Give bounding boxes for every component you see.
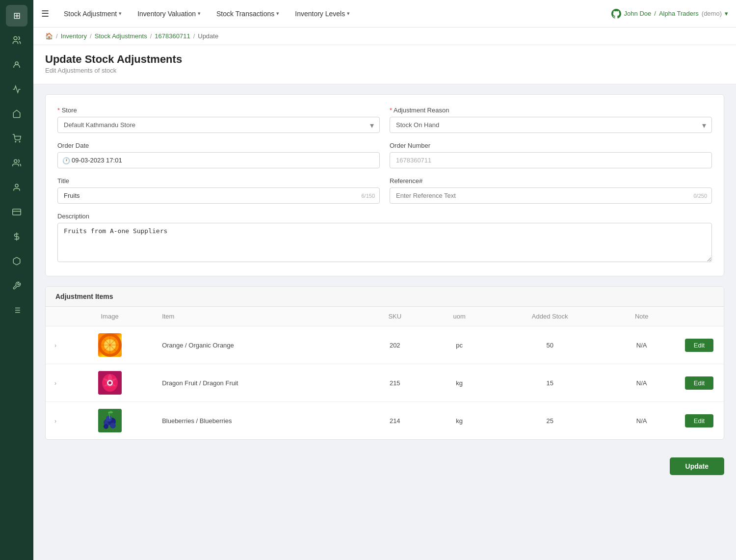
- sidebar: ⊞: [0, 0, 33, 560]
- store-select-wrapper: Default Kathmandu Store: [57, 117, 380, 133]
- sidebar-icon-dashboard[interactable]: ⊞: [6, 5, 27, 27]
- svg-rect-6: [13, 209, 21, 215]
- edit-button-3[interactable]: Edit: [685, 414, 713, 427]
- form-row-1: * Store Default Kathmandu Store * Adjust…: [57, 107, 712, 133]
- user-separator: /: [654, 10, 656, 17]
- reference-input[interactable]: [390, 187, 712, 204]
- page-subtitle: Edit Adjustments of stock: [45, 67, 724, 74]
- adjustment-reason-group: * Adjustment Reason Stock On Hand: [390, 107, 712, 133]
- form-card: * Store Default Kathmandu Store * Adjust…: [45, 94, 724, 276]
- row3-uom: kg: [427, 402, 491, 440]
- inventory-valuation-chevron: ▾: [198, 10, 201, 17]
- row2-expand[interactable]: ›: [46, 364, 65, 402]
- svg-point-2: [15, 141, 16, 142]
- svg-point-30: [110, 423, 116, 428]
- col-item: Item: [154, 307, 362, 326]
- row2-sku: 215: [362, 364, 427, 402]
- order-date-input[interactable]: [57, 152, 380, 168]
- description-wrapper: Fruits from A-one Suppliers: [57, 223, 712, 264]
- order-number-input[interactable]: [390, 152, 712, 168]
- row1-sku: 202: [362, 326, 427, 364]
- row2-uom: kg: [427, 364, 491, 402]
- title-input[interactable]: [57, 187, 380, 204]
- user-name: John Doe: [624, 10, 652, 17]
- description-group: Description Fruits from A-one Suppliers: [57, 213, 712, 264]
- update-button[interactable]: Update: [670, 457, 724, 475]
- row1-note: N/A: [608, 326, 675, 364]
- table-row: ›: [46, 326, 724, 364]
- sidebar-icon-card[interactable]: [6, 201, 27, 223]
- table-row: ›: [46, 402, 724, 440]
- sidebar-icon-chart[interactable]: [6, 79, 27, 100]
- stock-adjustment-nav[interactable]: Stock Adjustment ▾: [57, 7, 129, 21]
- row1-expand[interactable]: ›: [46, 326, 65, 364]
- orange-svg: [98, 333, 122, 357]
- inventory-levels-nav[interactable]: Inventory Levels ▾: [288, 7, 357, 21]
- sidebar-icon-person[interactable]: [6, 54, 27, 76]
- svg-point-29: [106, 416, 112, 422]
- form-row-2: Order Date 🕐 Order Number: [57, 142, 712, 168]
- row3-expand[interactable]: ›: [46, 402, 65, 440]
- row3-added-stock: 25: [491, 402, 608, 440]
- store-select[interactable]: Default Kathmandu Store: [57, 117, 380, 133]
- sidebar-icon-dollar[interactable]: [6, 226, 27, 247]
- home-icon[interactable]: 🏠: [45, 32, 53, 40]
- reference-group: Reference# 0/250: [390, 177, 712, 204]
- breadcrumb-inventory[interactable]: Inventory: [61, 32, 87, 40]
- sidebar-icon-store[interactable]: [6, 103, 27, 125]
- update-btn-row: Update: [33, 450, 736, 485]
- svg-point-4: [14, 160, 17, 162]
- edit-button-2[interactable]: Edit: [685, 376, 713, 390]
- order-date-label: Order Date: [57, 142, 380, 149]
- row2-image: [65, 364, 154, 402]
- inventory-valuation-nav[interactable]: Inventory Valuation ▾: [131, 7, 208, 21]
- table-row: ›: [46, 364, 724, 402]
- adjustment-reason-select[interactable]: Stock On Hand: [390, 117, 712, 133]
- row1-item: Orange / Organic Orange: [154, 326, 362, 364]
- stock-transactions-nav[interactable]: Stock Transactions ▾: [210, 7, 286, 21]
- sidebar-icon-contact[interactable]: [6, 177, 27, 198]
- content: 🏠 / Inventory / Stock Adjustments / 1678…: [33, 27, 736, 560]
- order-date-group: Order Date 🕐: [57, 142, 380, 168]
- sidebar-icon-wrench[interactable]: [6, 275, 27, 296]
- breadcrumb-order-id[interactable]: 1678360711: [155, 32, 190, 40]
- sidebar-icon-package[interactable]: [6, 250, 27, 272]
- reference-char-wrapper: 0/250: [390, 187, 712, 204]
- row3-sku: 214: [362, 402, 427, 440]
- title-char-wrapper: 6/150: [57, 187, 380, 204]
- row1-added-stock: 50: [491, 326, 608, 364]
- order-date-wrapper: 🕐: [57, 152, 380, 168]
- description-textarea[interactable]: Fruits from A-one Suppliers: [57, 223, 712, 262]
- row2-item: Dragon Fruit / Dragon Fruit: [154, 364, 362, 402]
- edit-button-1[interactable]: Edit: [685, 339, 713, 352]
- user-demo: (demo): [702, 10, 722, 17]
- title-group: Title 6/150: [57, 177, 380, 204]
- clock-icon: 🕐: [62, 157, 70, 164]
- menu-icon[interactable]: ☰: [41, 8, 49, 19]
- store-required: *: [57, 107, 60, 114]
- user-menu[interactable]: John Doe / Alpha Traders (demo) ▾: [611, 9, 728, 19]
- breadcrumb-stock-adjustments[interactable]: Stock Adjustments: [95, 32, 147, 40]
- expand-chevron-2[interactable]: ›: [54, 380, 56, 387]
- svg-point-5: [15, 184, 18, 187]
- breadcrumb: 🏠 / Inventory / Stock Adjustments / 1678…: [33, 27, 736, 45]
- blueberry-image: [98, 409, 122, 432]
- row2-added-stock: 15: [491, 364, 608, 402]
- main-area: ☰ Stock Adjustment ▾ Inventory Valuation…: [33, 0, 736, 560]
- user-org: Alpha Traders: [659, 10, 699, 17]
- sidebar-icon-users[interactable]: [6, 29, 27, 51]
- store-label: * Store: [57, 107, 380, 114]
- adj-reason-select-wrapper: Stock On Hand: [390, 117, 712, 133]
- sidebar-icon-team[interactable]: [6, 152, 27, 174]
- expand-chevron-1[interactable]: ›: [54, 342, 56, 349]
- store-field-group: * Store Default Kathmandu Store: [57, 107, 380, 133]
- title-label: Title: [57, 177, 380, 185]
- order-number-group: Order Number: [390, 142, 712, 168]
- col-uom: uom: [427, 307, 491, 326]
- row1-image: [65, 326, 154, 364]
- row3-note: N/A: [608, 402, 675, 440]
- sidebar-icon-cart[interactable]: [6, 128, 27, 149]
- expand-chevron-3[interactable]: ›: [54, 418, 56, 425]
- breadcrumb-update: Update: [198, 32, 218, 40]
- sidebar-icon-list[interactable]: [6, 299, 27, 321]
